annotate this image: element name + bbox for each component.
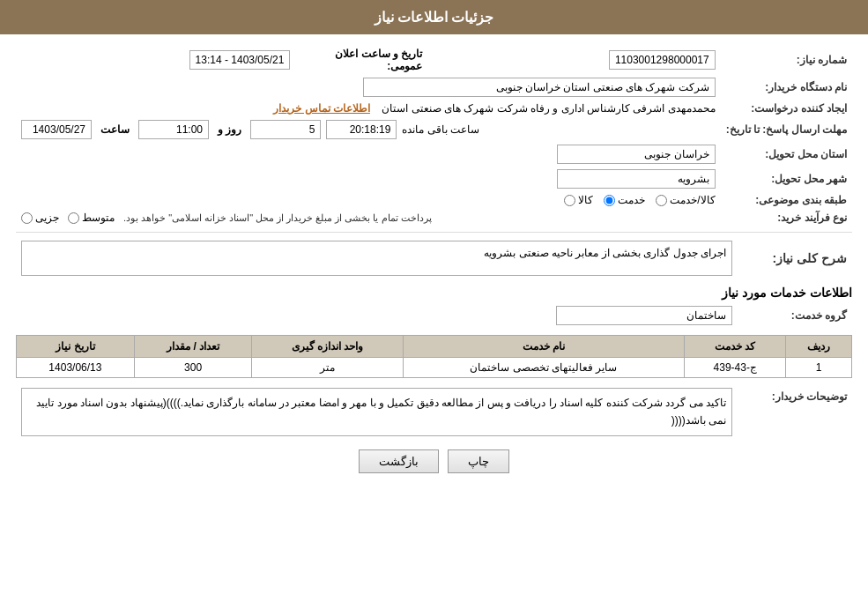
deadline-label: مهلت ارسال پاسخ: تا تاریخ: (721, 117, 852, 142)
notes-label: توضیحات خریدار: (738, 385, 852, 439)
col-header-row: ردیف (786, 336, 852, 358)
category-option-kala-khedmat: کالا/خدمت (656, 194, 715, 206)
category-kala-label: کالا (578, 194, 593, 206)
back-button[interactable]: بازگشت (359, 449, 439, 473)
category-option-khedmat: خدمت (604, 194, 645, 206)
table-cell-date: 1403/06/13 (17, 358, 135, 378)
purchase-jozi: جزیی (21, 212, 59, 224)
service-group-value: ساختمان (556, 306, 732, 325)
creator-label: ایجاد کننده درخواست: (721, 100, 852, 117)
notes-table: توضیحات خریدار: تاکید می گردد شرکت کننده… (16, 385, 852, 439)
table-cell-qty: 300 (134, 358, 252, 378)
notes-value: تاکید می گردد شرکت کننده کلیه اسناد را د… (21, 388, 732, 436)
deadline-date: 1403/05/27 (21, 120, 92, 139)
purchase-jozi-label: جزیی (35, 212, 59, 224)
page-title: جزئیات اطلاعات نیاز (375, 10, 494, 25)
content-area: شماره نیاز: 1103001298000017 تاریخ و ساع… (0, 34, 868, 491)
creator-value: محمدمهدی اشرفی کارشناس اداری و رفاه شرکت… (382, 102, 715, 115)
purchase-motavasset-radio[interactable] (68, 212, 79, 224)
service-group-table: گروه خدمت: ساختمان (16, 303, 852, 328)
col-header-qty: تعداد / مقدار (134, 336, 252, 358)
narration-table: شرح کلی نیاز: اجرای جدول گذاری بخشی از م… (16, 238, 852, 279)
purchase-note: پرداخت تمام یا بخشی از مبلغ خریدار از مح… (123, 212, 432, 224)
narration-label: شرح کلی نیاز: (738, 238, 852, 279)
page-header: جزئیات اطلاعات نیاز (0, 0, 868, 34)
col-header-name: نام خدمت (403, 336, 684, 358)
category-kala-khedmat-label: کالا/خدمت (670, 194, 715, 206)
category-label: طبقه بندی موضوعی: (721, 191, 852, 209)
table-cell-code: ج-43-439 (685, 358, 786, 378)
purchase-jozi-radio[interactable] (21, 212, 33, 224)
page-wrapper: جزئیات اطلاعات نیاز شماره نیاز: 11030012… (0, 0, 868, 609)
button-row: چاپ بازگشت (16, 449, 852, 473)
deadline-remaining-label: ساعت باقی مانده (402, 123, 479, 136)
table-cell-name: سایر فعالیتهای تخصصی ساختمان (403, 358, 684, 378)
province-value: خراسان جنوبی (557, 145, 716, 164)
category-kala-khedmat-radio[interactable] (656, 195, 667, 206)
announcement-date-label: تاریخ و ساعت اعلان عمومی: (335, 48, 422, 72)
need-number-label: شماره نیاز: (721, 45, 852, 75)
buyer-org-value: شرکت شهرک های صنعتی استان خراسان جنوبی (363, 78, 716, 97)
col-header-code: کد خدمت (685, 336, 786, 358)
deadline-days: 5 (250, 120, 321, 139)
category-option-kala: کالا (564, 194, 593, 206)
narration-value: اجرای جدول گذاری بخشی از معابر ناحیه صنع… (21, 241, 732, 276)
announcement-date-value: 1403/05/21 - 13:14 (189, 50, 291, 70)
category-radio-group: کالا خدمت کالا/خدمت (21, 194, 716, 206)
category-kala-radio[interactable] (564, 195, 575, 206)
purchase-motavasset: متوسط (68, 212, 115, 224)
buyer-org-label: نام دستگاه خریدار: (721, 75, 852, 100)
deadline-time: 11:00 (138, 120, 209, 139)
col-header-date: تاریخ نیاز (17, 336, 135, 358)
city-value: بشرویه (557, 169, 716, 189)
deadline-remaining: 20:18:19 (326, 120, 397, 139)
table-cell-row: 1 (786, 358, 852, 378)
col-header-unit: واحد اندازه گیری (252, 336, 403, 358)
services-table: ردیف کد خدمت نام خدمت واحد اندازه گیری ت… (16, 335, 852, 378)
deadline-days-label: روز و (218, 123, 241, 136)
creator-link[interactable]: اطلاعات تماس خریدار (273, 102, 370, 115)
table-cell-unit: متر (252, 358, 403, 378)
services-section-title: اطلاعات خدمات مورد نیاز (16, 286, 852, 300)
city-label: شهر محل تحویل: (721, 167, 852, 191)
print-button[interactable]: چاپ (448, 449, 509, 473)
purchase-type-label: نوع فرآیند خرید: (721, 209, 852, 227)
separator-1 (16, 232, 852, 233)
table-row: 1ج-43-439سایر فعالیتهای تخصصی ساختمانمتر… (17, 358, 852, 378)
province-label: استان محل تحویل: (721, 142, 852, 167)
deadline-time-label: ساعت (100, 123, 130, 136)
service-group-label: گروه خدمت: (738, 303, 852, 328)
category-khedmat-radio[interactable] (604, 195, 615, 206)
purchase-motavasset-label: متوسط (82, 212, 115, 224)
need-number-value: 1103001298000017 (609, 50, 716, 70)
category-khedmat-label: خدمت (618, 194, 645, 206)
main-info-table: شماره نیاز: 1103001298000017 تاریخ و ساع… (16, 45, 852, 227)
